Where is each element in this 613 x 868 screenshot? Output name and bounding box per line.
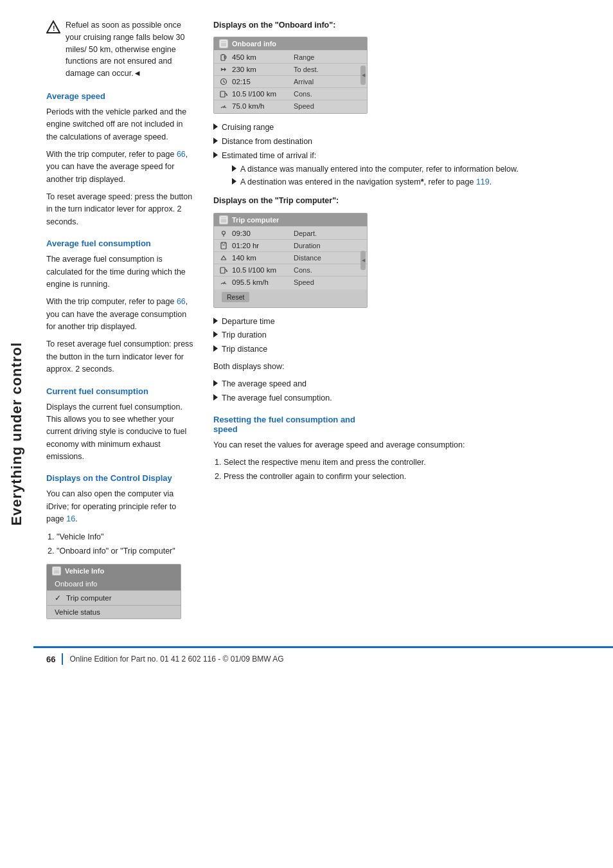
avg-speed-heading: Average speed [46,91,194,101]
svg-rect-19 [220,217,227,223]
dest-value: 230 km [232,66,290,73]
trip-row-duration: 01:20 hr Duration [214,240,367,252]
left-column: ! Refuel as soon as possible once your c… [46,19,194,627]
trip-cons-icon [219,266,228,275]
svg-rect-16 [220,91,225,97]
scroll-indicator-trip [360,251,366,270]
avg-fuel-para3: To reset average fuel consumption: press… [46,338,194,375]
footer: 66 Online Edition for Part no. 01 41 2 6… [33,646,613,670]
bullet-tri-d [213,318,218,324]
onboard-row-range: 450 km Range [214,51,367,64]
svg-rect-4 [220,41,227,47]
trip-titlebar-icon [219,215,228,224]
reset-step-1: Select the respective menu item and pres… [224,457,594,469]
bullet-cruising: Cruising range [213,122,594,134]
arrow-icon [219,65,228,74]
sub-tri-1 [232,165,236,172]
reset-button[interactable]: Reset [222,292,249,302]
trip-rows: 09:30 Depart. 01:20 hr Duration [214,226,367,289]
trip-speed-label: Speed [294,278,314,286]
control-display-para1: You can also open the computer via iDriv… [46,488,194,525]
scroll-indicator-onboard [360,66,366,85]
menu-item-vehicle[interactable]: Vehicle status [47,606,181,619]
avg-speed-para2: With the trip computer, refer to page 66… [46,149,194,186]
trip-speed-value: 095.5 km/h [232,278,290,286]
onboard-title: Onboard info [232,40,276,48]
both-show-label: Both displays show: [213,361,594,373]
both-tri-2 [213,394,218,401]
onboard-row-speed: 75.0 km/h Speed [214,100,367,112]
trip-display-title: Displays on the "Trip computer": [213,195,594,207]
bullet-depart-time: Departure time [213,316,594,328]
warning-icon: ! [46,20,60,34]
footer-page: 66 [46,655,55,664]
onboard-device: Onboard info 450 km Range [213,37,368,114]
dest-label: To dest. [294,66,319,73]
menu-titlebar-icon [52,566,61,575]
avg-fuel-para1: The average fuel consumption is calculat… [46,253,194,291]
svg-text:!: ! [53,24,55,32]
distance-icon [219,253,228,262]
trip-device-titlebar: Trip computer [214,213,367,226]
both-bullet-fuel: The average fuel consumption. [213,392,594,404]
onboard-titlebar-icon [219,39,228,48]
menu-items-container: Onboard info Trip computer Vehicle statu… [47,577,181,619]
svg-line-15 [224,82,225,83]
range-value: 450 km [232,53,290,61]
duration-icon [219,241,228,250]
cons-icon [219,89,228,98]
bullet-eta: Estimated time of arrival if: A distance… [213,150,594,190]
sub-bullet-manual: A distance was manually entered into the… [232,163,519,176]
reset-row: Reset [214,289,367,307]
main-content: ! Refuel as soon as possible once your c… [33,0,613,646]
both-bullets: The average speed and The average fuel c… [213,378,594,404]
duration-value: 01:20 hr [232,242,290,249]
onboard-row-dest: 230 km To dest. [214,64,367,76]
arrival-value: 02:15 [232,78,290,86]
warning-text: Refuel as soon as possible once your cru… [66,19,194,80]
eta-subbullets: A distance was manually entered into the… [232,163,519,189]
current-fuel-para1: Displays the current fuel consumption. T… [46,401,194,464]
avg-fuel-heading: Average fuel consumption [46,239,194,248]
avg-speed-para3: To reset average speed: press the button… [46,191,194,228]
duration-label: Duration [294,242,321,249]
cons-value: 10.5 l/100 km [232,90,290,98]
arrival-label: Arrival [294,78,314,86]
speed-label: Speed [294,102,314,110]
list-item-1: "Vehicle Info" [57,531,194,543]
resetting-steps: Select the respective menu item and pres… [224,457,594,484]
svg-point-29 [226,271,227,272]
svg-rect-28 [220,267,225,273]
footer-divider [62,653,63,665]
both-tri-1 [213,380,218,386]
cons-label: Cons. [294,90,312,98]
depart-value: 09:30 [232,230,290,237]
menu-title: Vehicle Info [65,567,104,575]
onboard-rows: 450 km Range 230 km To dest. [214,50,367,113]
depart-label: Depart. [294,230,317,237]
trip-row-cons: 10.5 l/100 km Cons. [214,264,367,276]
trip-row-depart: 09:30 Depart. [214,228,367,240]
footer-text: Online Edition for Part no. 01 41 2 602 … [69,655,283,664]
fuel-icon [219,53,228,62]
onboard-row-arrival: 02:15 Arrival [214,76,367,88]
bullet-trip-duration: Trip duration [213,329,594,341]
bullet-tri-2 [213,138,218,144]
svg-rect-2 [53,568,60,574]
bullet-tri-dur [213,331,218,338]
trip-row-distance: 140 km Distance [214,252,367,264]
menu-item-trip[interactable]: Trip computer [47,591,181,606]
list-item-2: "Onboard info" or "Trip computer" [57,545,194,557]
trip-cons-value: 10.5 l/100 km [232,266,290,274]
trip-title: Trip computer [232,216,279,224]
range-label: Range [294,53,314,61]
resetting-heading: Resetting the fuel consumption andspeed [213,415,594,434]
menu-item-onboard[interactable]: Onboard info [47,577,181,591]
onboard-row-cons: 10.5 l/100 km Cons. [214,88,367,100]
resetting-para1: You can reset the values for average spe… [213,439,594,451]
sub-tri-2 [232,178,236,185]
svg-point-21 [222,231,226,234]
svg-point-17 [226,95,227,96]
reset-step-2: Press the controller again to confirm yo… [224,471,594,483]
onboard-device-titlebar: Onboard info [214,37,367,50]
